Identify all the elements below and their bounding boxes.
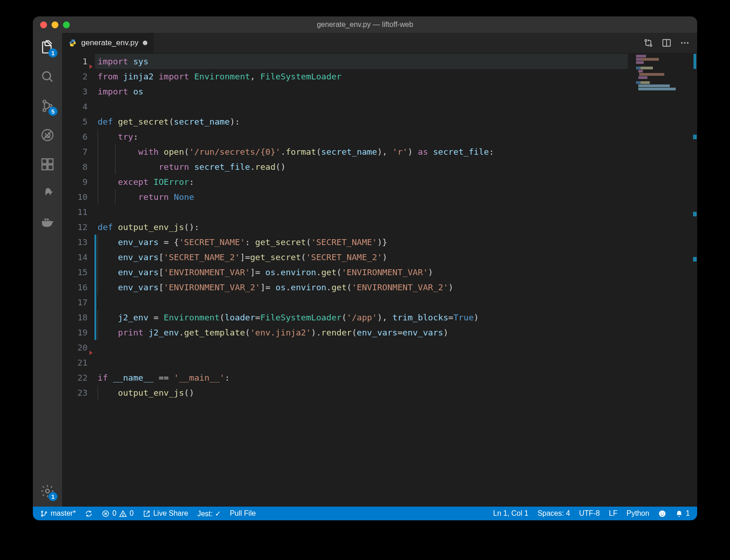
explorer-badge: 1 [48,48,57,58]
settings-gear-icon[interactable]: 1 [38,482,57,500]
titlebar: generate_env.py — liftoff-web [33,16,697,33]
svg-point-29 [663,513,664,513]
svg-rect-7 [42,159,47,164]
live-share-label: Live Share [153,509,188,518]
editor[interactable]: 1234567891011121314151617181920212223 im… [62,53,697,507]
settings-badge: 1 [48,492,57,501]
svg-point-16 [681,42,683,43]
status-sync-icon[interactable] [80,507,97,520]
svg-point-19 [42,511,43,512]
svg-rect-9 [48,165,53,170]
svg-line-1 [49,79,52,81]
status-encoding[interactable]: UTF-8 [574,507,604,520]
status-eol[interactable]: LF [605,507,622,520]
svg-point-20 [42,515,43,516]
svg-point-28 [661,513,662,513]
status-live-share[interactable]: Live Share [138,507,193,520]
editor-actions [643,33,697,53]
source-control-icon[interactable]: 5 [38,97,57,115]
line-number-gutter: 1234567891011121314151617181920212223 [62,53,98,507]
status-language[interactable]: Python [622,507,654,520]
svg-point-11 [46,489,49,493]
python-file-icon [68,39,77,47]
tab-generate-env[interactable]: generate_env.py [62,33,154,53]
errors-count: 0 [112,509,116,518]
tab-bar: generate_env.py [62,33,697,53]
status-jest[interactable]: Jest: ✓ [193,507,225,520]
svg-point-0 [42,72,50,79]
notifications-count: 1 [686,509,690,518]
svg-point-2 [43,100,46,103]
svg-point-26 [123,515,123,516]
docker-icon[interactable] [38,214,57,232]
status-bar: master* 0 0 Live Share Jest: ✓ Pull File… [33,507,697,520]
activity-bar: 1 5 1 [33,33,62,507]
svg-point-21 [45,512,47,513]
svg-point-3 [43,109,46,111]
svg-point-13 [650,44,652,46]
status-branch[interactable]: master* [36,507,80,520]
search-icon[interactable] [38,68,57,86]
git-compare-icon[interactable] [643,38,653,48]
unsaved-indicator-icon [143,41,147,45]
zoom-window-button[interactable] [63,21,70,28]
svg-point-27 [659,510,666,517]
close-window-button[interactable] [40,21,47,28]
minimize-window-button[interactable] [52,21,58,28]
editor-group: generate_env.py 123456789101112131415161… [62,33,697,507]
minimap-content [636,55,693,96]
window-controls [33,21,70,28]
minimap[interactable] [633,53,697,507]
svg-point-12 [645,39,647,41]
pull-file-label: Pull File [230,509,256,518]
overview-ruler[interactable] [693,53,697,507]
extensions-icon[interactable] [38,155,57,173]
explorer-icon[interactable]: 1 [38,38,57,57]
status-notifications[interactable]: 1 [671,507,694,520]
warnings-count: 0 [130,509,134,518]
status-cursor[interactable]: Ln 1, Col 1 [489,507,533,520]
status-feedback-icon[interactable] [654,507,671,520]
vscode-window: generate_env.py — liftoff-web 1 5 [33,16,697,520]
svg-point-17 [684,42,685,43]
status-problems[interactable]: 0 0 [97,507,138,520]
status-spaces[interactable]: Spaces: 4 [533,507,574,520]
split-editor-icon[interactable] [662,38,672,48]
status-pull-file[interactable]: Pull File [225,507,261,520]
more-actions-icon[interactable] [680,38,690,48]
code-area[interactable]: import sysfrom jinja2 import Environment… [98,53,633,507]
debug-icon[interactable] [38,126,57,144]
window-title: generate_env.py — liftoff-web [33,21,697,29]
svg-point-18 [687,42,688,43]
live-share-icon[interactable] [38,184,57,203]
scm-badge: 5 [48,107,57,116]
svg-rect-8 [42,165,47,170]
tab-filename: generate_env.py [81,38,138,47]
branch-label: master* [51,509,76,518]
svg-rect-10 [48,159,53,164]
jest-label: Jest: ✓ [197,509,220,518]
